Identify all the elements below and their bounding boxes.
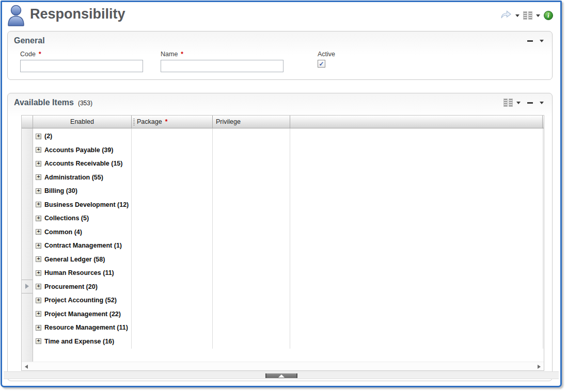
collapse-panel-icon[interactable]: [527, 102, 533, 104]
expand-icon[interactable]: +: [36, 270, 41, 276]
expand-icon[interactable]: +: [36, 256, 41, 262]
tree-row[interactable]: +Administration (55): [33, 171, 544, 185]
page-title: Responsibility: [30, 6, 125, 22]
name-label: Name: [161, 51, 178, 58]
column-chooser-icon[interactable]: [523, 11, 532, 20]
grid-column-chooser-caret-icon[interactable]: [516, 102, 521, 104]
splitter-collapse-button[interactable]: [265, 373, 297, 378]
tree-row[interactable]: +Human Resources (11): [33, 266, 544, 280]
tree-row[interactable]: +Resource Management (11): [33, 321, 544, 335]
tree-row[interactable]: +Accounts Payable (39): [33, 143, 544, 157]
tree-row-label: Collections (5): [44, 215, 89, 222]
expand-icon[interactable]: +: [36, 338, 41, 344]
expand-icon[interactable]: +: [36, 147, 41, 153]
name-field-group: Name*: [161, 51, 284, 72]
grid-header-row: Enabled Package* Privilege: [22, 116, 544, 128]
name-input[interactable]: [161, 60, 284, 72]
tree-area: +(2)+Accounts Payable (39)+Accounts Rece…: [33, 128, 544, 362]
active-field-group: Active ✓: [318, 51, 335, 72]
column-header-enabled[interactable]: Enabled: [33, 116, 131, 128]
tree-row-label: Project Accounting (52): [44, 297, 117, 304]
tree-row-label: General Ledger (58): [44, 256, 105, 263]
collapse-panel-icon[interactable]: [527, 40, 533, 42]
arrow-up-icon: [278, 374, 285, 378]
column-header-privilege[interactable]: Privilege: [212, 116, 290, 128]
code-field-group: Code*: [20, 51, 143, 72]
items-grid: Enabled Package* Privilege: [21, 115, 544, 371]
tree-row-label: (2): [44, 133, 52, 140]
required-marker: *: [39, 51, 41, 58]
tree-row-label: Human Resources (11): [44, 269, 114, 276]
tree-row[interactable]: +Accounts Receivable (15): [33, 157, 544, 171]
available-items-panel: Available Items (353) Enabled Package*: [7, 93, 553, 381]
panel-menu-caret-icon[interactable]: [540, 102, 544, 104]
tree-row-label: Business Development (12): [44, 201, 129, 208]
panel-menu-caret-icon[interactable]: [540, 40, 544, 42]
tree-row-label: Accounts Receivable (15): [44, 160, 122, 167]
title-bar: Responsibility i: [2, 2, 560, 29]
code-input[interactable]: [20, 60, 143, 72]
grid-body: +(2)+Accounts Payable (39)+Accounts Rece…: [22, 128, 544, 362]
expand-icon[interactable]: +: [36, 134, 41, 139]
tree-row-label: Project Management (22): [44, 311, 121, 318]
tree-row[interactable]: +(2): [33, 129, 544, 143]
tree-row[interactable]: +Project Accounting (52): [33, 293, 544, 307]
expand-icon[interactable]: +: [36, 284, 41, 289]
tree-row[interactable]: +Procurement (20): [33, 280, 544, 294]
general-panel: General Code* Name* Active ✓: [7, 31, 553, 80]
tree-row[interactable]: +Collections (5): [33, 211, 544, 225]
share-dropdown-caret-icon[interactable]: [515, 14, 519, 17]
expand-icon[interactable]: +: [36, 325, 41, 331]
tree-row[interactable]: +Time and Expense (16): [33, 335, 544, 349]
expand-icon[interactable]: +: [36, 311, 41, 317]
required-marker: *: [165, 118, 168, 125]
expand-icon[interactable]: +: [36, 298, 41, 303]
scroll-right-icon[interactable]: [538, 365, 541, 369]
expand-icon[interactable]: +: [36, 216, 41, 221]
row-selector-gutter: [22, 128, 33, 362]
tree-row[interactable]: +Common (4): [33, 225, 544, 239]
expand-icon[interactable]: +: [36, 188, 41, 194]
column-header-blank: [290, 116, 544, 128]
general-panel-title: General: [14, 36, 45, 45]
tree-row-label: Time and Expense (16): [44, 338, 114, 345]
tree-row-label: Billing (30): [44, 187, 77, 194]
available-items-count: (353): [78, 100, 92, 107]
app-frame: Responsibility i General Code*: [1, 1, 562, 387]
expand-icon[interactable]: +: [36, 229, 41, 235]
tree-row-label: Procurement (20): [44, 283, 98, 290]
tree-row[interactable]: +Project Management (22): [33, 307, 544, 321]
tree-row-label: Accounts Payable (39): [44, 146, 113, 154]
tree-row-label: Contract Management (1): [44, 242, 122, 249]
tree-row-label: Administration (55): [44, 174, 103, 181]
grid-column-chooser-icon[interactable]: [503, 99, 513, 107]
expand-icon[interactable]: +: [36, 202, 41, 207]
tree-row[interactable]: +General Ledger (58): [33, 253, 544, 267]
expand-icon[interactable]: +: [36, 174, 41, 180]
info-icon[interactable]: i: [544, 11, 553, 20]
scroll-left-icon[interactable]: [25, 365, 28, 369]
column-header-package[interactable]: Package*: [131, 116, 212, 128]
expand-icon[interactable]: +: [36, 243, 41, 249]
code-label: Code: [20, 51, 36, 58]
tree-row[interactable]: +Business Development (12): [33, 198, 544, 212]
tree-row[interactable]: +Contract Management (1): [33, 239, 544, 253]
column-chooser-caret-icon[interactable]: [536, 14, 540, 17]
row-selector-arrow-icon: [25, 284, 29, 289]
available-items-title: Available Items: [14, 98, 74, 107]
expand-icon[interactable]: +: [36, 161, 41, 167]
tree-row-label: Common (4): [44, 228, 82, 236]
tree-row[interactable]: +Billing (30): [33, 184, 544, 198]
column-resize-grip-icon[interactable]: [133, 119, 135, 125]
active-label: Active: [318, 51, 335, 58]
person-icon: [6, 4, 26, 29]
active-checkbox[interactable]: ✓: [318, 60, 325, 68]
required-marker: *: [181, 51, 183, 58]
selected-row-indicator: [22, 280, 33, 293]
tree-row-label: Resource Management (11): [44, 324, 128, 331]
share-arrow-icon[interactable]: [500, 10, 512, 21]
horizontal-scrollbar[interactable]: [22, 362, 544, 370]
grid-header-gutter: [22, 116, 33, 128]
pane-splitter[interactable]: [4, 371, 559, 379]
